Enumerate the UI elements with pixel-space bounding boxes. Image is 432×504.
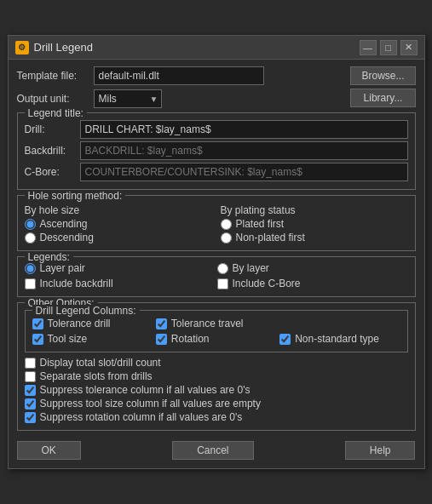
cbore-label: C-Bore: [25,166,80,178]
check-row-1: Separate slots from drills [25,370,408,382]
hole-sorting-content: By hole size Ascending Descending By pla… [25,199,408,245]
check-row-4: Suppress rotation column if all values a… [25,411,408,423]
tolerance-drill-checkbox[interactable] [32,318,43,329]
output-label: Output unit: [17,93,94,105]
by-layer-radio[interactable] [217,263,228,274]
non-plated-label: Non-plated first [236,232,305,243]
output-select-wrapper: Mils Inches MM ▼ [94,89,162,108]
suppress-toolsize-label: Suppress tool size column if all values … [40,398,261,410]
check-row-3: Suppress tool size column if all values … [25,398,408,410]
backdrill-input[interactable] [80,141,408,160]
restore-button[interactable]: □ [380,40,397,55]
suppress-toolsize-checkbox[interactable] [25,398,36,410]
sorting-grid: By hole size Ascending Descending By pla… [25,203,408,245]
hole-sorting-section: Hole sorting method: By hole size Ascend… [17,195,416,251]
minimize-button[interactable]: — [360,40,377,55]
tolerance-drill-label: Tolerance drill [48,318,111,329]
include-cbore-checkbox[interactable] [217,278,228,289]
layer-pair-label: Layer pair [40,262,85,274]
drill-row: Drill: [25,120,408,139]
legend-title-label: Legend title: [25,107,87,119]
tolerance-travel-label: Tolerance travel [171,318,244,329]
plated-first-label: Plated first [236,218,285,230]
non-standard-label: Non-standard type [295,333,379,345]
output-select[interactable]: Mils Inches MM [94,89,162,108]
rotation-checkbox[interactable] [156,334,167,345]
tool-size-checkbox[interactable] [32,334,43,345]
plated-first-row: Plated first [221,218,408,230]
by-size-title: By hole size [25,204,212,216]
descending-row: Descending [25,232,212,243]
backdrill-label: Backdrill: [25,145,80,157]
columns-grid: Tolerance drill Tolerance travel Tool si… [32,314,400,346]
ascending-row: Ascending [25,218,212,230]
cbore-input[interactable] [80,163,408,181]
display-total-checkbox[interactable] [25,358,36,369]
ok-button[interactable]: OK [17,441,81,460]
suppress-tolerance-label: Suppress tolerance column if all values … [40,384,251,396]
tool-size-row: Tool size [32,333,153,345]
by-plating-group: By plating status Plated first Non-plate… [221,204,408,245]
other-checks: Display total slot/drill count Separate … [25,357,408,423]
drill-legend-window: ⚙ Drill Legend — □ ✕ Template file: Outp… [8,35,425,469]
layer-pair-radio[interactable] [25,263,36,274]
include-backdrill-checkbox[interactable] [25,278,36,289]
drill-input[interactable] [80,120,408,139]
drill-label: Drill: [25,123,80,135]
suppress-rotation-checkbox[interactable] [25,412,36,423]
window-icon: ⚙ [15,41,29,54]
tolerance-travel-checkbox[interactable] [156,318,167,329]
top-right-buttons: Browse... Library... [350,66,415,107]
include-backdrill-label: Include backdrill [40,278,113,289]
display-total-label: Display total slot/drill count [40,357,161,369]
check-row-0: Display total slot/drill count [25,357,408,369]
check-row-2: Suppress tolerance column if all values … [25,384,408,396]
non-standard-row: Non-standard type [279,333,400,345]
dialog-buttons: OK Cancel Help [17,438,416,461]
template-row: Template file: [17,66,344,85]
descending-label: Descending [40,232,94,243]
header-area: Template file: Output unit: Mils Inches … [17,66,416,112]
ascending-radio[interactable] [25,219,36,230]
non-plated-radio[interactable] [221,232,232,243]
legend-title-section: Legend title: Drill: Backdrill: C-Bore: [17,112,416,190]
library-button[interactable]: Library... [350,89,415,107]
cancel-button[interactable]: Cancel [172,441,253,460]
include-cbore-row: Include C-Bore [217,278,408,289]
cbore-row: C-Bore: [25,163,408,181]
legend-title-content: Drill: Backdrill: C-Bore: [25,117,408,181]
legends-section: Legends: Layer pair By layer Include bac… [17,256,416,297]
plated-first-radio[interactable] [221,219,232,230]
rotation-row: Rotation [156,333,276,345]
separate-slots-checkbox[interactable] [25,371,36,382]
suppress-tolerance-checkbox[interactable] [25,385,36,396]
backdrill-row: Backdrill: [25,141,408,160]
layer-pair-row: Layer pair [25,262,216,274]
template-label: Template file: [17,70,94,82]
descending-radio[interactable] [25,232,36,243]
by-size-group: By hole size Ascending Descending [25,204,212,245]
non-standard-checkbox[interactable] [279,334,291,345]
rotation-label: Rotation [171,333,210,345]
other-options-section: Other Options: Drill Legend Columns: Tol… [17,302,416,431]
by-layer-label: By layer [233,262,269,274]
suppress-rotation-label: Suppress rotation column if all values a… [40,411,243,423]
tolerance-drill-row: Tolerance drill [32,318,153,329]
help-button[interactable]: Help [345,441,416,460]
drill-columns-section: Drill Legend Columns: Tolerance drill To… [25,310,408,352]
include-cbore-label: Include C-Bore [233,278,301,289]
template-input[interactable] [94,66,264,85]
tool-size-label: Tool size [48,333,88,345]
titlebar-buttons: — □ ✕ [360,40,418,55]
legends-label: Legends: [25,251,73,263]
browse-button[interactable]: Browse... [350,66,415,85]
by-plating-title: By plating status [221,204,408,216]
close-button[interactable]: ✕ [400,40,418,55]
hole-sorting-label: Hole sorting method: [25,190,126,202]
header-fields: Template file: Output unit: Mils Inches … [17,66,344,112]
drill-columns-label: Drill Legend Columns: [32,305,140,317]
legends-content: Layer pair By layer Include backdrill In… [25,261,408,291]
include-backdrill-row: Include backdrill [25,278,216,289]
window-title: Drill Legend [34,41,360,54]
ascending-label: Ascending [40,218,88,230]
